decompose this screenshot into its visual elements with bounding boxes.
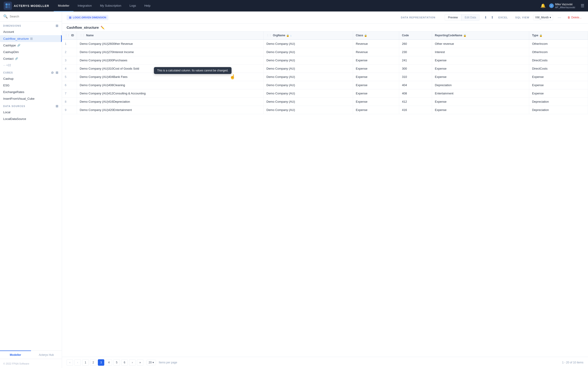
top-nav: ACTERYS MODELLER Modeller Integration My… [0,0,588,11]
link-icon-contact: 🔗 [15,57,18,60]
sidebar: 🔍 DIMENSIONS ⊞ Account Cashflow_structur… [0,11,62,368]
nav-modeller[interactable]: Modeller [54,0,74,11]
sql-view-label: SQL VIEW [515,16,529,19]
sidebar-item-cashtype[interactable]: Cashtype 🔗 [0,42,62,49]
delete-button[interactable]: 🗑 Delete... [566,15,583,20]
download-icon[interactable]: ⬇ [483,14,488,20]
logo-area: ACTERYS MODELLER [4,2,49,10]
content-area: ⊞ LOGIC-DRIVEN DIMENSION DATA REPRESENTA… [62,11,588,368]
cell-class: Expense [353,106,399,114]
cell-name: Demo Company (AU)420Entertainment [77,106,264,114]
cube-slash-icon[interactable]: ⊘ [51,71,54,74]
drag-id[interactable]: ⋮⋮ [65,34,70,37]
nav-logs[interactable]: Logs [125,0,140,11]
page-prev[interactable]: ‹ [74,359,81,366]
bell-icon[interactable]: 🔔 [541,3,545,8]
table-header-row: ⋮⋮ID ⋮⋮Name ⋮⋮OrgName🔒↓ Class🔒 Code Repo… [62,31,588,39]
nav-links: Modeller Integration My Subscription Log… [54,0,541,11]
cubes-icons: ⊘ ⊞ [51,71,59,74]
cell-type: Depreciation [529,98,588,106]
nav-subscription[interactable]: My Subscription [96,0,125,11]
sort-orgname[interactable]: ↓ [290,34,292,37]
page-6[interactable]: 6 [121,359,128,366]
cashtype-label: Cashtype [3,44,16,47]
tab-edit-data[interactable]: Edit Data [461,14,479,21]
trash-icon: 🗑 [568,16,570,19]
cube-add-icon[interactable]: ⊞ [55,71,59,74]
table-row: 8 Demo Company (AU)416Depreciation Demo … [62,98,588,106]
cell-reporting: Expense [432,56,529,64]
table-row: 7 Demo Company (AU)412Consulting & Accou… [62,89,588,98]
sidebar-footer: © 2022 FP&A Software [0,359,62,368]
data-sources-title: DATA SOURCES ⊞ [3,104,59,108]
sidebar-item-cashupdim[interactable]: CashupDim [0,49,62,55]
data-sources-add-icon[interactable]: ⊞ [55,104,59,108]
account-label: Account [3,30,14,34]
table-row: 9 Demo Company (AU)420Entertainment Demo… [62,106,588,114]
tab-preview[interactable]: Preview [445,14,461,21]
tab-acterys-hub[interactable]: Acterys Hub [31,350,62,359]
cell-orgname: Demo Company (AU) [264,39,353,48]
grid-badge-icon: ⊞ [69,16,72,19]
page-5[interactable]: 5 [113,359,120,366]
cell-id: 9 [62,106,77,114]
cashupdim-label: CashupDim [3,50,19,54]
sidebar-item-esg[interactable]: ESG [0,82,62,89]
sidebar-item-exchangerates[interactable]: ExchangeRates [0,89,62,95]
sidebar-item-cashflow-structure[interactable]: Cashflow_structure ⊞ [0,35,62,42]
user-badge: ✓ [549,3,554,8]
cell-reporting: Entertainment [432,89,529,98]
sidebar-item-insertfromvisual[interactable]: InsertFromVisual_Cube [0,95,62,102]
cell-class: Expense [353,56,399,64]
sidebar-item-cashup[interactable]: Cashup [0,75,62,82]
tab-modeller[interactable]: Modeller [0,350,31,359]
lock-class: 🔒 [364,34,367,37]
sidebar-item-contact[interactable]: Contact 🔗 [0,55,62,62]
dimensions-section: DIMENSIONS ⊞ [0,22,62,28]
table-row: 6 Demo Company (AU)408Cleaning Demo Comp… [62,81,588,89]
items-per-page-selector[interactable]: 20 ▾ [147,360,156,365]
table-row: 3 Demo Company (AU)300Purchases Demo Com… [62,56,588,64]
cell-reporting: Interest [432,48,529,56]
dimension-name-bar: Cashflow_structure ✏️ [62,24,588,31]
more-options-icon[interactable]: ⋯ [557,14,562,20]
user-details: Mike Vazovski AP_MikeVazovski [555,3,575,9]
col-name: ⋮⋮Name [77,31,264,39]
svg-rect-1 [8,3,10,6]
cell-id: 8 [62,98,77,106]
search-input[interactable] [10,15,59,18]
nav-help[interactable]: Help [140,0,155,11]
cell-code: 300 [399,64,432,73]
hamburger-icon[interactable]: ☰ [581,3,584,8]
upload-icon[interactable]: ⬆ [490,14,495,20]
tooltip: This is a calculated column. Its values … [154,67,231,74]
cell-name: Demo Company (AU)412Consulting & Account… [77,89,264,98]
cell-reporting: Depreciation [432,81,529,89]
page-first[interactable]: « [67,359,73,366]
cell-type: DirectCosts [529,64,588,73]
drag-name[interactable]: ⋮⋮ [80,34,85,37]
col-type: Type🔒 [529,31,588,39]
edit-pencil-icon[interactable]: ✏️ [101,26,104,29]
page-last[interactable]: » [137,359,143,366]
cell-type: OtherIncom [529,39,588,48]
nav-integration[interactable]: Integration [74,0,96,11]
more-dimensions[interactable]: ··· +22 [0,62,62,68]
vw-month-selector[interactable]: VW_Month ▾ [533,15,553,20]
cell-orgname: Demo Company (AU) [264,98,353,106]
sidebar-item-account[interactable]: Account [0,28,62,35]
cell-code: 260 [399,39,432,48]
cell-name: Demo Company (AU)2600ther Revenue [77,39,264,48]
sidebar-item-localdatasource[interactable]: LocalDataSource [0,116,62,122]
table-row: 5 Demo Company (AU)404Bank Fees Demo Com… [62,73,588,81]
svg-rect-3 [8,6,10,8]
page-4[interactable]: 4 [106,359,112,366]
drag-orgname[interactable]: ⋮⋮ [266,34,272,37]
page-2[interactable]: 2 [90,359,96,366]
page-1[interactable]: 1 [82,359,89,366]
sidebar-item-local[interactable]: Local [0,109,62,116]
main-layout: 🔍 DIMENSIONS ⊞ Account Cashflow_structur… [0,11,588,368]
page-next[interactable]: › [129,359,136,366]
page-3[interactable]: 3 [98,359,104,366]
dimensions-add-icon[interactable]: ⊞ [55,24,59,28]
